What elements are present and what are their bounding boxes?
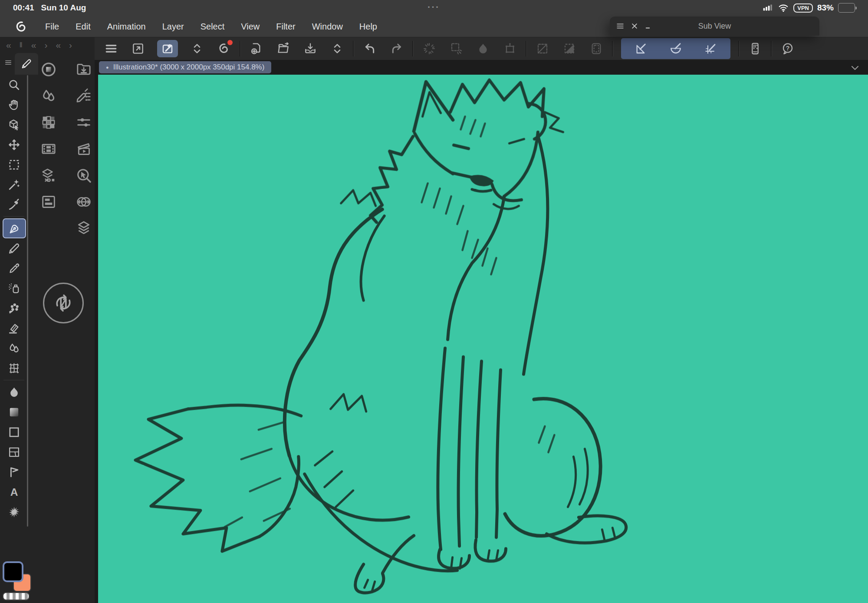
ipad-screen: 00:41 Sun 10 Aug ••• VPN 83% FileEditAni… xyxy=(0,0,868,603)
snap-button-group xyxy=(621,38,730,59)
menu-animation[interactable]: Animation xyxy=(107,22,146,32)
toolbar-separator xyxy=(412,41,414,56)
blend-tool[interactable] xyxy=(0,338,27,358)
multitask-dots[interactable]: ••• xyxy=(0,4,868,10)
panel-drag-handle[interactable]: ‖ xyxy=(20,41,23,49)
selection-border-button[interactable] xyxy=(589,41,604,56)
navigator-palette-button[interactable] xyxy=(68,162,100,188)
invert-selection-button[interactable] xyxy=(562,41,577,56)
vpn-badge: VPN xyxy=(793,3,813,13)
expand-palette-column-1-icon[interactable]: › xyxy=(44,40,47,49)
menu-help[interactable]: Help xyxy=(359,22,377,32)
toolbar-group xyxy=(421,41,518,56)
menu-window[interactable]: Window xyxy=(312,22,343,32)
liquify-tool[interactable] xyxy=(0,358,27,378)
cellular-signal-icon xyxy=(762,2,773,13)
sub-tool-palette-button[interactable] xyxy=(68,82,100,109)
clip-studio-home-button[interactable] xyxy=(216,41,232,56)
pen-tool[interactable] xyxy=(3,218,26,238)
menu-edit[interactable]: Edit xyxy=(76,22,90,32)
move-layer-tool[interactable] xyxy=(0,135,27,155)
main-menu-button[interactable] xyxy=(103,41,119,56)
zoom-tool[interactable] xyxy=(0,75,27,95)
operation-tool[interactable] xyxy=(0,115,27,135)
fill-tool[interactable] xyxy=(0,382,27,402)
document-tab[interactable]: ● Illustration30* (3000 x 2000px 350dpi … xyxy=(99,61,271,73)
left-panel: «‖«›«› xyxy=(0,37,95,603)
menu-view[interactable]: View xyxy=(241,22,260,32)
panel-collapse-strip: «‖«›«› xyxy=(0,37,95,53)
menu-file[interactable]: File xyxy=(45,22,59,32)
tool-divider xyxy=(3,216,24,217)
tool-scrollbar[interactable] xyxy=(27,75,28,527)
redo-button[interactable] xyxy=(389,41,404,56)
window-scale-button[interactable] xyxy=(130,41,146,56)
menu-filter[interactable]: Filter xyxy=(276,22,295,32)
clear-button[interactable] xyxy=(421,41,437,56)
deselect-button[interactable] xyxy=(535,41,550,56)
save-file-button[interactable] xyxy=(302,41,318,56)
main-color-swatch[interactable] xyxy=(3,561,23,582)
onion-skin-palette-button[interactable] xyxy=(68,188,100,215)
text-tool[interactable] xyxy=(0,482,27,502)
selection-area-tool[interactable] xyxy=(0,155,27,175)
eraser-tool[interactable] xyxy=(0,318,27,338)
frame-border-tool[interactable] xyxy=(0,442,27,462)
subview-window[interactable]: Sub View xyxy=(610,16,819,36)
clear-outside-selection-button[interactable] xyxy=(448,41,464,56)
gradient-tool[interactable] xyxy=(0,402,27,422)
pencil-tool[interactable] xyxy=(0,238,27,258)
new-canvas-button[interactable] xyxy=(249,41,264,56)
figure-tool[interactable] xyxy=(0,422,27,442)
timeline-palette-button[interactable] xyxy=(30,135,68,162)
rotate-canvas-button[interactable] xyxy=(43,283,84,323)
layer-property-palette-button[interactable] xyxy=(30,162,68,188)
command-bar-button[interactable] xyxy=(747,41,763,56)
snap-to-special-ruler-button[interactable] xyxy=(668,41,684,56)
toolbar-options-button[interactable] xyxy=(189,41,205,56)
transparent-color-swatch[interactable] xyxy=(3,592,30,600)
snap-to-grid-button[interactable] xyxy=(703,41,718,56)
toolbar-separator xyxy=(526,41,527,56)
toolbar-group xyxy=(249,41,345,56)
decoration-tool[interactable] xyxy=(0,298,27,318)
expand-palette-column-2-icon[interactable]: › xyxy=(69,40,72,49)
toolbar-separator xyxy=(771,41,772,56)
airbrush-tool[interactable] xyxy=(0,278,27,298)
saturated-line-tool[interactable] xyxy=(0,502,27,522)
collapse-tool-panel-icon[interactable]: « xyxy=(6,40,11,49)
document-title: Illustration30* (3000 x 2000px 350dpi 15… xyxy=(113,63,265,72)
fill-selection-button[interactable] xyxy=(475,41,491,56)
undo-button[interactable] xyxy=(362,41,378,56)
collapse-palette-column-2-icon[interactable]: « xyxy=(56,40,61,49)
canvas[interactable] xyxy=(98,75,868,603)
palette-spacer xyxy=(30,215,68,241)
help-button[interactable] xyxy=(780,41,796,56)
menu-layer[interactable]: Layer xyxy=(162,22,184,32)
touch-input-button[interactable] xyxy=(157,40,178,57)
snap-to-ruler-button[interactable] xyxy=(633,41,649,56)
collapse-palette-column-1-icon[interactable]: « xyxy=(31,40,36,49)
animation-palette-button[interactable] xyxy=(68,135,100,162)
layer-palette-button[interactable] xyxy=(68,215,100,241)
auto-select-tool[interactable] xyxy=(0,175,27,194)
color-set-palette-button[interactable] xyxy=(30,109,68,135)
brush-tool[interactable] xyxy=(0,258,27,278)
save-options-button[interactable] xyxy=(329,41,345,56)
tool-property-palette-button[interactable] xyxy=(68,109,100,135)
eyedropper-tool[interactable] xyxy=(0,194,27,214)
scale-rotate-button[interactable] xyxy=(502,41,518,56)
chevron-down-icon[interactable] xyxy=(850,63,860,73)
move-canvas-tool[interactable] xyxy=(0,95,27,115)
color-mixing-palette-button[interactable] xyxy=(30,82,68,109)
color-wheel-palette-button[interactable] xyxy=(30,56,68,82)
menu-select[interactable]: Select xyxy=(201,22,225,32)
toolbar-separator xyxy=(612,41,613,56)
main-toolbar xyxy=(95,37,868,60)
rotate-canvas-icon xyxy=(51,290,76,316)
material-palette-button[interactable] xyxy=(68,56,100,82)
open-file-button[interactable] xyxy=(276,41,291,56)
tool-palette-menu-icon[interactable] xyxy=(4,59,12,66)
information-palette-button[interactable] xyxy=(30,188,68,215)
correct-line-tool[interactable] xyxy=(0,462,27,482)
